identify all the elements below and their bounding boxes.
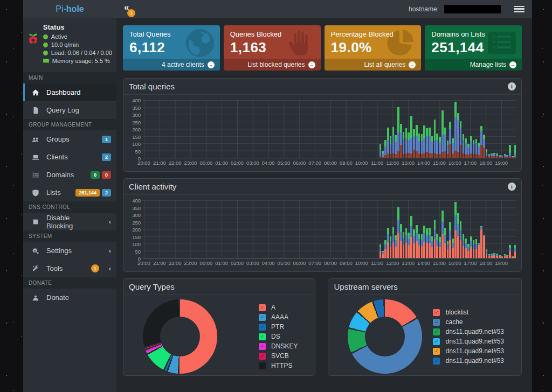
axis-label: 02:00 [231, 160, 244, 166]
legend-label: SVCB [271, 352, 289, 360]
load-dot-icon [43, 51, 48, 55]
brand-logo[interactable]: Pi-hole [23, 0, 116, 18]
info-icon[interactable]: i [508, 183, 516, 191]
pihole-raspberry-logo [27, 23, 39, 54]
bar-segment [403, 132, 405, 140]
sidebar-item-query-log[interactable]: Query Log [23, 101, 116, 119]
legend-item-a[interactable]: ✓A [259, 304, 298, 311]
axis-label: 400 [132, 97, 141, 103]
bar-segment [509, 153, 511, 157]
sidebar-item-domains[interactable]: Domains00 [23, 166, 116, 184]
legend-item-https[interactable]: ✓HTTPS [259, 362, 298, 369]
bar-segment [436, 134, 438, 140]
badge: 2 [102, 153, 111, 161]
legend-item-blocklist[interactable]: ✓blocklist [433, 309, 504, 316]
bar-segment [392, 127, 395, 136]
total-queries-chart[interactable]: 050100150200250300350400 20:0021:0022:00… [123, 95, 521, 171]
bar-segment [390, 236, 392, 241]
bar-segment [413, 229, 415, 236]
bar-segment [421, 134, 423, 141]
sidebar-item-settings[interactable]: Settings‹ [23, 242, 116, 260]
arrow-circle-right-icon: → [509, 61, 516, 68]
legend-item-dns11-quad9-net-53[interactable]: ✓dns11.quad9.net#53 [433, 338, 504, 345]
bar-segment [463, 140, 465, 153]
bar-segment [400, 241, 402, 258]
bar-segment [491, 256, 493, 258]
upstream-servers-title: Upstream servers [334, 282, 397, 291]
bar-segment [467, 247, 470, 251]
bar-segment [395, 240, 397, 246]
axis-label: 00:00 [199, 260, 212, 266]
bar-segment [512, 257, 514, 258]
brand-bold: hole [66, 4, 84, 14]
axis-label: 17:00 [464, 260, 477, 266]
axis-label: 07:00 [308, 160, 321, 166]
legend-item-cache[interactable]: ✓cache [433, 318, 504, 326]
legend-item-dnskey[interactable]: ✓DNSKEY [259, 342, 298, 350]
bar-segment [397, 220, 399, 233]
bar-segment [400, 124, 402, 132]
sidebar-item-tools[interactable]: Tools1‹ [23, 260, 116, 277]
legend-checkbox-icon: ✓ [433, 328, 440, 335]
upstream-servers-donut-chart[interactable] [348, 299, 422, 374]
card-footer-link[interactable]: List all queries→ [325, 59, 422, 71]
legend-item-svcb[interactable]: ✓SVCB [259, 352, 298, 360]
sidebar-item-disable-blocking[interactable]: Disable Blocking‹ [23, 213, 116, 230]
top-header: Pi-hole « 1 hostname: [23, 0, 532, 18]
query-types-donut-chart[interactable] [143, 299, 217, 374]
card-footer-link[interactable]: List blocked queries→ [224, 59, 321, 71]
bar-segment [478, 143, 480, 146]
legend-label: dns11.quad9.net#53 [445, 347, 504, 355]
legend-item-ds[interactable]: ✓DS [259, 333, 298, 340]
sidebar-item-label: Settings [46, 247, 72, 255]
bar-segment [387, 140, 389, 153]
legend-item-dns11-quad9-net-53[interactable]: ✓dns11.quad9.net#53 [433, 347, 504, 355]
bar-segment [488, 157, 491, 158]
legend-item-dns11-quad9-net-53[interactable]: ✓dns11.quad9.net#53 [433, 357, 504, 365]
sidebar-item-clients[interactable]: Clients2 [23, 148, 116, 166]
bar-segment [431, 241, 433, 247]
card-footer-link[interactable]: 4 active clients→ [123, 59, 220, 71]
bar-segment [514, 251, 516, 258]
bar-segment [395, 135, 397, 142]
bar-segment [387, 128, 389, 140]
bar-segment [486, 152, 488, 156]
bar-segment [441, 234, 444, 258]
bar-segment [514, 157, 516, 158]
bar-segment [463, 240, 465, 246]
sidebar-item-label: Domains [46, 171, 74, 179]
legend-checkbox-icon: ✓ [259, 343, 266, 350]
legend-item-dns11-quad9-net-53[interactable]: ✓dns11.quad9.net#53 [433, 328, 504, 335]
legend-item-aaaa[interactable]: ✓AAAA [259, 313, 298, 321]
client-activity-chart[interactable]: 050100150200250300350400 20:0021:0022:00… [123, 195, 521, 271]
hamburger-icon[interactable] [514, 5, 525, 13]
bar-segment [397, 233, 399, 258]
info-icon[interactable]: i [508, 82, 516, 90]
legend-item-ptr[interactable]: ✓PTR [259, 323, 298, 331]
axis-label: 20:00 [137, 260, 150, 266]
bar-segment [436, 246, 438, 258]
card-value: 6,112 [123, 39, 220, 56]
sidebar-item-lists[interactable]: Lists251,1442 [23, 184, 116, 201]
sidebar-item-groups[interactable]: Groups1 [23, 130, 116, 148]
axis-label: 05:00 [278, 160, 291, 166]
bar-segment [421, 141, 423, 154]
bar-segment [431, 136, 433, 142]
nav-section-dns-control: DNS CONTROL [23, 201, 116, 213]
bar-segment [426, 228, 428, 235]
bar-segment [387, 242, 389, 258]
sidebar-collapse-button[interactable]: « 1 [124, 2, 138, 16]
bar-segment [397, 107, 399, 132]
sidebar-item-dashboard[interactable]: Dashboard [23, 83, 116, 101]
legend-label: dns11.quad9.net#53 [445, 338, 504, 345]
axis-label: 08:00 [324, 160, 337, 166]
axis-label: 300 [132, 112, 141, 118]
badge: 0 [102, 171, 111, 179]
bar-segment [380, 247, 382, 251]
bar-segment [447, 241, 449, 244]
sidebar-item-donate[interactable]: Donate [23, 289, 116, 306]
card-footer-link[interactable]: Manage lists→ [425, 59, 522, 71]
axis-label: 14:00 [417, 160, 430, 166]
status-line: Active [43, 33, 112, 40]
bar-segment [392, 153, 395, 158]
